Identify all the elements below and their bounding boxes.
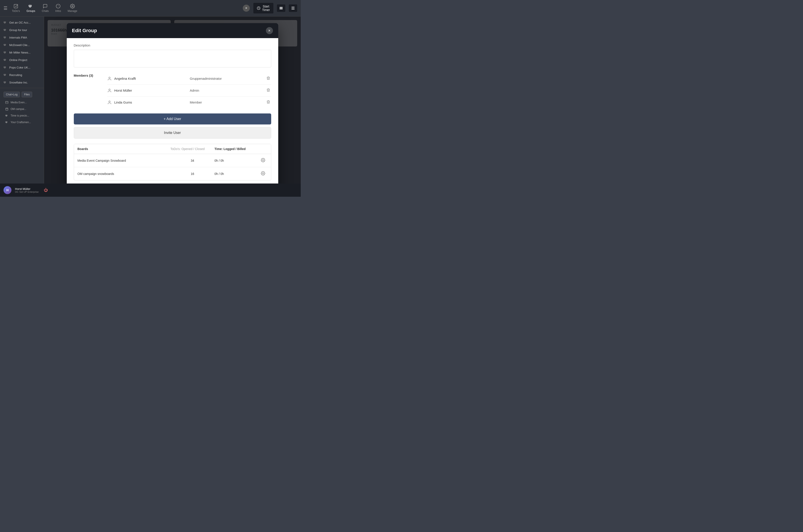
start-timer-button[interactable]: Start Timer xyxy=(253,3,273,14)
sidebar-tools: Chat+Log Files xyxy=(0,90,44,99)
sidebar-sub-craftsmen[interactable]: Your Craftsmen... xyxy=(0,119,44,126)
svg-rect-58 xyxy=(4,82,5,82)
member-name-angelina: Angelina Krafft xyxy=(114,77,190,80)
person-icon xyxy=(107,76,112,81)
svg-rect-23 xyxy=(4,29,5,30)
modal-close-button[interactable]: × xyxy=(266,27,273,34)
modal-backdrop: Edit Group × Description Members (3) xyxy=(44,17,301,184)
trash-icon xyxy=(266,100,270,104)
member-name-horst: Horst Müller xyxy=(114,89,190,92)
svg-rect-44 xyxy=(5,59,6,60)
modal-header: Edit Group × xyxy=(67,23,278,38)
close-x-button[interactable]: × xyxy=(243,5,250,12)
svg-point-83 xyxy=(262,173,264,174)
user-avatar: H xyxy=(3,186,12,194)
trash-icon xyxy=(266,76,270,80)
trash-icon xyxy=(266,88,270,92)
svg-rect-69 xyxy=(5,115,6,116)
board-time-media: 0h / 0h xyxy=(214,159,259,163)
board-settings-om[interactable] xyxy=(259,170,267,177)
list-view-button[interactable] xyxy=(277,4,285,12)
board-settings-media[interactable] xyxy=(259,157,267,164)
svg-rect-53 xyxy=(4,74,5,75)
svg-rect-24 xyxy=(5,29,6,30)
sidebar-item-mcdowell[interactable]: McDowell Clie... xyxy=(0,41,44,49)
delete-member-linda[interactable] xyxy=(266,99,271,106)
svg-rect-74 xyxy=(5,121,6,122)
content-area: BUDGET 101666hBoard 1hTasks 2hUsed -1hLe… xyxy=(44,17,301,184)
member-row-angelina: Angelina Krafft Gruppenadministrator xyxy=(107,73,271,84)
add-user-button[interactable]: + Add User xyxy=(74,113,271,125)
person-icon xyxy=(107,88,112,93)
boards-col-name: Boards xyxy=(78,147,171,151)
power-icon[interactable]: ⏻ xyxy=(44,188,48,192)
svg-rect-63 xyxy=(5,101,8,104)
files-button[interactable]: Files xyxy=(22,92,32,97)
svg-point-80 xyxy=(109,89,110,90)
svg-rect-75 xyxy=(6,121,7,122)
sidebar-item-online[interactable]: Online Project xyxy=(0,56,44,64)
sidebar-item-internals[interactable]: Internals FMA xyxy=(0,34,44,41)
user-name: Horst Müller xyxy=(15,187,39,191)
members-label: Members (3) xyxy=(74,73,100,108)
user-info: Horst Müller OC Set UP Enterprise xyxy=(15,187,39,193)
svg-rect-29 xyxy=(5,37,6,38)
board-time-om: 0h / 0h xyxy=(214,172,259,175)
svg-rect-43 xyxy=(4,59,5,60)
sidebar-item-pops[interactable]: Pops Coke UK... xyxy=(0,64,44,71)
sidebar: Get an OC Acc... Group for tour Internal… xyxy=(0,17,44,184)
sidebar-item-snowflake[interactable]: Snowflake Inc. xyxy=(0,79,44,86)
svg-rect-59 xyxy=(5,82,6,82)
nav-items: ToDo's Groups Chats Infos xyxy=(12,4,243,13)
settings-icon xyxy=(261,171,265,175)
chat-log-button[interactable]: Chat+Log xyxy=(3,92,20,97)
person-icon xyxy=(107,100,112,104)
status-bar: H Horst Müller OC Set UP Enterprise ⏻ xyxy=(0,184,301,197)
members-list: Angelina Krafft Gruppenadministrator xyxy=(107,73,271,108)
sidebar-sub-media[interactable]: Media Even... xyxy=(0,99,44,106)
boards-col-todos: ToDo's: Opened / Closed xyxy=(171,147,214,151)
sidebar-item-mr-miller[interactable]: Mr Miller News... xyxy=(0,49,44,56)
member-name-linda: Linda Gums xyxy=(114,100,190,104)
members-section: Members (3) Angelina Krafft Gruppenadmin… xyxy=(74,73,271,108)
delete-member-angelina[interactable] xyxy=(266,75,271,82)
sidebar-item-group-tour[interactable]: Group for tour xyxy=(0,26,44,34)
sidebar-sub-om[interactable]: OM campai... xyxy=(0,106,44,112)
modal-body: Description Members (3) xyxy=(67,38,278,184)
board-row-media: Media Event Campaign Snowboard 34 0h / 0… xyxy=(74,154,271,167)
member-role-linda: Member xyxy=(190,100,266,104)
modal-title: Edit Group xyxy=(72,28,97,34)
svg-rect-0 xyxy=(14,4,18,8)
top-nav: ☰ ToDo's Groups Chats xyxy=(0,0,301,17)
svg-point-79 xyxy=(109,77,110,78)
board-todos-om: 16 xyxy=(171,172,214,175)
svg-rect-54 xyxy=(5,74,6,75)
nav-item-manage[interactable]: Manage xyxy=(68,4,77,13)
description-input[interactable] xyxy=(74,50,271,68)
nav-item-groups[interactable]: Groups xyxy=(26,4,35,13)
hamburger-icon[interactable]: ☰ xyxy=(3,5,7,11)
nav-item-infos[interactable]: Infos xyxy=(55,4,61,13)
boards-table: Boards ToDo's: Opened / Closed Time: Log… xyxy=(74,144,271,180)
delete-member-horst[interactable] xyxy=(266,87,271,94)
menu-button[interactable] xyxy=(289,4,297,12)
description-label: Description xyxy=(74,43,271,47)
action-buttons: + Add User Invite User xyxy=(74,113,271,138)
main-layout: Get an OC Acc... Group for tour Internal… xyxy=(0,17,301,184)
nav-right: × Start Timer xyxy=(243,3,297,14)
member-role-angelina: Gruppenadministrator xyxy=(190,77,266,80)
board-row-om: OM campaign snowboards 16 0h / 0h xyxy=(74,167,271,180)
svg-rect-18 xyxy=(4,22,5,23)
sidebar-item-get-oc[interactable]: Get an OC Acc... xyxy=(0,19,44,26)
nav-item-todos[interactable]: ToDo's xyxy=(12,4,20,13)
svg-rect-48 xyxy=(4,67,5,68)
svg-rect-39 xyxy=(5,52,6,53)
invite-user-button[interactable]: Invite User xyxy=(74,127,271,138)
boards-col-time: Time: Logged / Billed xyxy=(214,147,259,151)
svg-rect-28 xyxy=(4,37,5,38)
sidebar-item-recruiting[interactable]: Recruiting xyxy=(0,71,44,79)
sidebar-sub-time[interactable]: Time is precio... xyxy=(0,112,44,119)
nav-item-chats[interactable]: Chats xyxy=(42,4,49,13)
board-todos-media: 34 xyxy=(171,159,214,163)
svg-rect-33 xyxy=(4,44,5,45)
